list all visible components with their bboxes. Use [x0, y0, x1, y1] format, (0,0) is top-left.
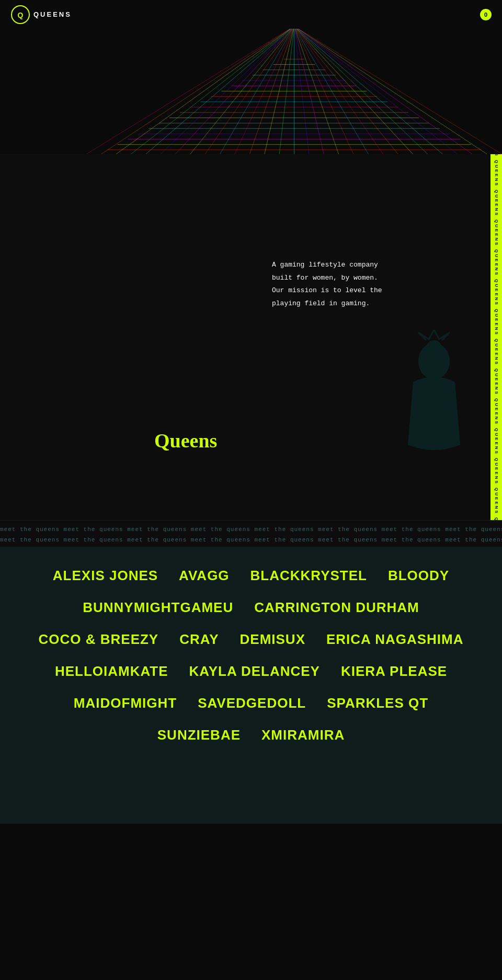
queens-row-1: BUNNYMIGHTGAMEUCARRINGTON DURHAM [5, 599, 497, 616]
queens-heading: Queens [154, 429, 217, 452]
ticker-text-2: meet the queens meet the queens meet the… [0, 537, 502, 543]
queen-name-2-2[interactable]: DEMISUX [240, 631, 305, 648]
ticker-row-2: meet the queens meet the queens meet the… [0, 534, 502, 544]
queen-name-3-0[interactable]: HELLOIAMKATE [55, 663, 168, 679]
svg-text:Q: Q [18, 11, 24, 19]
queen-name-3-1[interactable]: KAYLA DELANCEY [189, 663, 320, 679]
hero-grid [86, 29, 502, 154]
queen-name-3-2[interactable]: KIERA PLEASE [341, 663, 447, 679]
queen-name-4-1[interactable]: SAVEDGEDOLL [198, 695, 306, 711]
queens-list: ALEXIS JONESAVAGGBLACKKRYSTELBLOODYBUNNY… [0, 547, 502, 808]
queen-name-0-3[interactable]: BLOODY [388, 568, 449, 584]
queen-name-1-0[interactable]: BUNNYMIGHTGAMEU [83, 599, 233, 616]
queen-name-2-0[interactable]: COCO & BREEZY [39, 631, 159, 648]
queen-name-2-3[interactable]: ERICA NAGASHIMA [326, 631, 463, 648]
queens-row-2: COCO & BREEZYCRAYDEMISUXERICA NAGASHIMA [5, 631, 497, 648]
vertical-ticker-text: QUEENS QUEENS QUEENS QUEENS QUEENS QUEEN… [494, 154, 499, 520]
svg-point-3 [426, 340, 442, 356]
grid-canvas [86, 29, 502, 154]
header: Q Queens 0 [0, 0, 502, 29]
logo-text: Queens [33, 10, 72, 18]
ticker-section: meet the queens meet the queens meet the… [0, 520, 502, 547]
queens-row-3: HELLOIAMKATEKAYLA DELANCEYKIERA PLEASE [5, 663, 497, 679]
hero-section [0, 29, 502, 154]
ticker-text-1: meet the queens meet the queens meet the… [0, 526, 502, 533]
queens-row-5: SUNZIEBAEXMIRAMIRA [5, 727, 497, 743]
queen-name-0-1[interactable]: AVAGG [179, 568, 229, 584]
queen-name-0-2[interactable]: BLACKKRYSTEL [250, 568, 367, 584]
logo-area[interactable]: Q Queens [10, 5, 72, 25]
queens-row-4: MAIDOFMIGHTSAVEDGEDOLLSPARKLES QT [5, 695, 497, 711]
cart-badge[interactable]: 0 [480, 9, 492, 20]
queen-name-4-0[interactable]: MAIDOFMIGHT [74, 695, 177, 711]
about-text: A gaming lifestyle company built for wom… [272, 259, 387, 310]
queen-name-5-0[interactable]: SUNZIEBAE [157, 727, 241, 743]
queen-name-1-1[interactable]: CARRINGTON DURHAM [254, 599, 419, 616]
about-section: A gaming lifestyle company built for wom… [0, 154, 502, 520]
queen-silhouette [382, 330, 486, 478]
vertical-ticker: QUEENS QUEENS QUEENS QUEENS QUEENS QUEEN… [490, 154, 502, 520]
queen-name-5-1[interactable]: XMIRAMIRA [261, 727, 345, 743]
queens-row-0: ALEXIS JONESAVAGGBLACKKRYSTELBLOODY [5, 568, 497, 584]
queens-logo-icon: Q [10, 5, 30, 25]
queen-name-4-2[interactable]: SPARKLES QT [327, 695, 428, 711]
footer [0, 808, 502, 824]
ticker-row-1: meet the queens meet the queens meet the… [0, 524, 502, 533]
queen-name-2-1[interactable]: CRAY [179, 631, 219, 648]
queen-name-0-0[interactable]: ALEXIS JONES [53, 568, 158, 584]
